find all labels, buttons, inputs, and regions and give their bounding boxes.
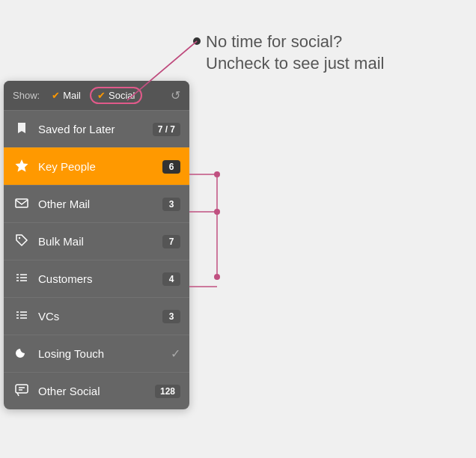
svg-point-18 <box>193 37 201 45</box>
item-badge-vcs: 3 <box>162 310 180 323</box>
social-check-icon: ✔ <box>97 90 106 101</box>
item-label-losing-touch: Losing Touch <box>38 347 171 360</box>
svg-point-24 <box>214 209 220 215</box>
show-bar: Show: ✔ Mail ✔ Social ↺ <box>4 81 189 110</box>
items-list: Saved for Later7 / 7Key People6Other Mai… <box>4 110 189 409</box>
mail-label: Mail <box>63 90 81 101</box>
item-label-saved-for-later: Saved for Later <box>38 123 153 135</box>
item-badge-other-mail: 3 <box>162 198 180 211</box>
list-item-vcs[interactable]: VCs3 <box>4 297 189 335</box>
svg-point-2 <box>19 236 20 238</box>
item-label-key-people: Key People <box>38 160 162 173</box>
annotation-text: No time for social? Uncheck to see just … <box>206 31 384 74</box>
bookmark-icon <box>13 121 31 138</box>
item-badge-other-social: 128 <box>155 385 180 398</box>
sidebar-panel: Show: ✔ Mail ✔ Social ↺ Saved for Later7… <box>4 81 189 409</box>
svg-marker-0 <box>16 159 28 172</box>
item-badge-key-people: 6 <box>162 160 180 174</box>
moon-icon <box>13 346 31 362</box>
mail-option[interactable]: ✔ Mail <box>52 90 81 101</box>
item-badge-bulk-mail: 7 <box>162 235 180 248</box>
item-label-customers: Customers <box>38 272 162 285</box>
tag-icon <box>13 233 31 250</box>
social-label: Social <box>109 90 135 101</box>
list-item-bulk-mail[interactable]: Bulk Mail7 <box>4 222 189 260</box>
list-item-key-people[interactable]: Key People6 <box>4 147 189 185</box>
list-icon <box>13 308 31 325</box>
item-badge-customers: 4 <box>162 272 180 286</box>
list-item-saved-for-later[interactable]: Saved for Later7 / 7 <box>4 110 189 147</box>
item-label-other-mail: Other Mail <box>38 198 162 210</box>
star-icon <box>13 159 31 175</box>
list-item-other-mail[interactable]: Other Mail3 <box>4 185 189 222</box>
list-item-losing-touch[interactable]: Losing Touch✓ <box>4 335 189 372</box>
item-label-vcs: VCs <box>38 310 162 323</box>
mail-check-icon: ✔ <box>52 90 60 101</box>
annotation-line1: No time for social? <box>206 31 384 53</box>
list-item-other-social[interactable]: Other Social128 <box>4 372 189 409</box>
item-check-losing-touch: ✓ <box>171 346 180 361</box>
svg-point-27 <box>214 274 220 280</box>
refresh-icon[interactable]: ↺ <box>171 88 180 103</box>
svg-rect-1 <box>16 199 28 207</box>
item-label-other-social: Other Social <box>38 385 155 397</box>
svg-point-22 <box>214 171 220 177</box>
list-icon <box>13 271 31 287</box>
show-label: Show: <box>13 90 40 101</box>
annotation-line2: Uncheck to see just mail <box>206 53 384 75</box>
item-label-bulk-mail: Bulk Mail <box>38 235 162 248</box>
chat-icon <box>13 383 31 400</box>
social-option[interactable]: ✔ Social <box>90 87 142 104</box>
envelope-icon <box>13 196 31 213</box>
list-item-customers[interactable]: Customers4 <box>4 260 189 297</box>
svg-rect-15 <box>16 385 28 393</box>
item-badge-saved-for-later: 7 / 7 <box>153 123 180 136</box>
